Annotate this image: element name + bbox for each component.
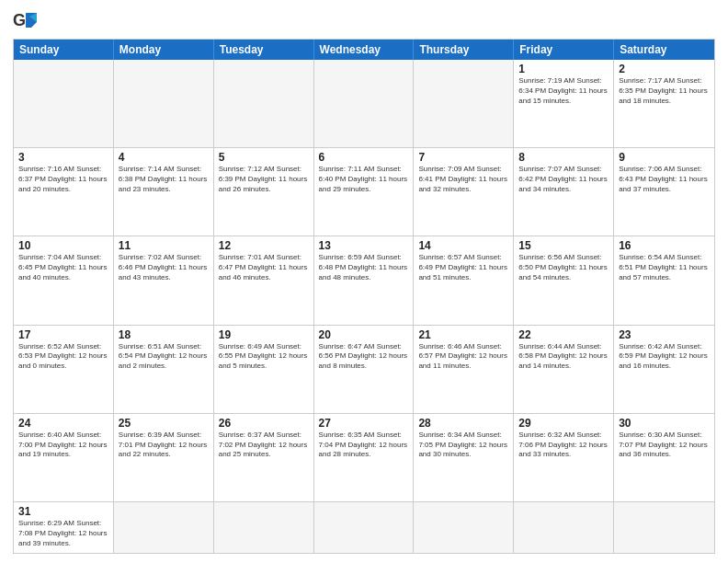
day-cell-1: 1Sunrise: 7:19 AM Sunset: 6:34 PM Daylig… <box>514 60 614 147</box>
day-info: Sunrise: 6:42 AM Sunset: 6:59 PM Dayligh… <box>619 342 710 372</box>
day-info: Sunrise: 6:44 AM Sunset: 6:58 PM Dayligh… <box>518 342 609 372</box>
day-cell-18: 18Sunrise: 6:51 AM Sunset: 6:54 PM Dayli… <box>114 326 214 413</box>
day-info: Sunrise: 6:46 AM Sunset: 6:57 PM Dayligh… <box>418 342 508 372</box>
day-number: 12 <box>219 239 309 252</box>
empty-cell <box>414 502 514 553</box>
day-number: 9 <box>619 151 710 164</box>
calendar-header: SundayMondayTuesdayWednesdayThursdayFrid… <box>14 40 714 60</box>
day-cell-15: 15Sunrise: 6:56 AM Sunset: 6:50 PM Dayli… <box>514 236 614 324</box>
calendar: SundayMondayTuesdayWednesdayThursdayFrid… <box>13 39 715 554</box>
day-info: Sunrise: 7:17 AM Sunset: 6:35 PM Dayligh… <box>619 76 710 106</box>
day-number: 10 <box>18 239 108 252</box>
logo-icon: G <box>13 9 39 31</box>
day-info: Sunrise: 6:30 AM Sunset: 7:07 PM Dayligh… <box>619 431 710 460</box>
day-info: Sunrise: 6:52 AM Sunset: 6:53 PM Dayligh… <box>18 342 108 372</box>
day-cell-6: 6Sunrise: 7:11 AM Sunset: 6:40 PM Daylig… <box>314 148 415 236</box>
day-info: Sunrise: 7:06 AM Sunset: 6:43 PM Dayligh… <box>619 165 710 194</box>
day-cell-23: 23Sunrise: 6:42 AM Sunset: 6:59 PM Dayli… <box>614 326 714 413</box>
calendar-week-6: 31Sunrise: 6:29 AM Sunset: 7:08 PM Dayli… <box>14 502 714 553</box>
header-day-wednesday: Wednesday <box>314 40 415 60</box>
header-day-saturday: Saturday <box>614 40 714 60</box>
day-cell-8: 8Sunrise: 7:07 AM Sunset: 6:42 PM Daylig… <box>514 148 614 236</box>
day-cell-16: 16Sunrise: 6:54 AM Sunset: 6:51 PM Dayli… <box>614 236 714 324</box>
empty-cell <box>214 60 314 147</box>
day-info: Sunrise: 7:09 AM Sunset: 6:41 PM Dayligh… <box>418 165 508 194</box>
day-info: Sunrise: 6:37 AM Sunset: 7:02 PM Dayligh… <box>219 431 309 460</box>
header-day-thursday: Thursday <box>414 40 514 60</box>
day-cell-17: 17Sunrise: 6:52 AM Sunset: 6:53 PM Dayli… <box>14 326 114 413</box>
day-info: Sunrise: 7:07 AM Sunset: 6:42 PM Dayligh… <box>518 165 609 194</box>
day-cell-26: 26Sunrise: 6:37 AM Sunset: 7:02 PM Dayli… <box>214 414 314 501</box>
day-number: 20 <box>319 328 409 341</box>
day-cell-31: 31Sunrise: 6:29 AM Sunset: 7:08 PM Dayli… <box>14 502 114 553</box>
day-cell-2: 2Sunrise: 7:17 AM Sunset: 6:35 PM Daylig… <box>614 60 714 147</box>
svg-text:G: G <box>13 11 26 29</box>
day-number: 3 <box>18 151 108 164</box>
day-info: Sunrise: 7:16 AM Sunset: 6:37 PM Dayligh… <box>18 165 108 194</box>
empty-cell <box>14 60 114 147</box>
day-number: 30 <box>619 417 710 430</box>
day-info: Sunrise: 6:49 AM Sunset: 6:55 PM Dayligh… <box>219 342 309 372</box>
day-info: Sunrise: 6:56 AM Sunset: 6:50 PM Dayligh… <box>518 253 609 282</box>
day-number: 31 <box>18 505 108 518</box>
day-info: Sunrise: 6:39 AM Sunset: 7:01 PM Dayligh… <box>119 431 209 460</box>
day-number: 14 <box>418 239 508 252</box>
day-info: Sunrise: 7:04 AM Sunset: 6:45 PM Dayligh… <box>18 253 108 282</box>
day-number: 13 <box>319 239 409 252</box>
empty-cell <box>114 60 214 147</box>
day-info: Sunrise: 7:12 AM Sunset: 6:39 PM Dayligh… <box>219 165 309 194</box>
empty-cell <box>414 60 514 147</box>
day-number: 4 <box>119 151 209 164</box>
header-day-sunday: Sunday <box>14 40 114 60</box>
header-day-tuesday: Tuesday <box>214 40 314 60</box>
day-cell-30: 30Sunrise: 6:30 AM Sunset: 7:07 PM Dayli… <box>614 414 714 501</box>
day-cell-13: 13Sunrise: 6:59 AM Sunset: 6:48 PM Dayli… <box>314 236 415 324</box>
day-number: 2 <box>619 63 710 75</box>
calendar-week-3: 10Sunrise: 7:04 AM Sunset: 6:45 PM Dayli… <box>14 236 714 325</box>
day-cell-3: 3Sunrise: 7:16 AM Sunset: 6:37 PM Daylig… <box>14 148 114 236</box>
empty-cell <box>214 502 314 553</box>
day-number: 7 <box>418 151 508 164</box>
day-cell-14: 14Sunrise: 6:57 AM Sunset: 6:49 PM Dayli… <box>414 236 514 324</box>
empty-cell <box>314 502 415 553</box>
day-number: 26 <box>219 417 309 430</box>
day-number: 17 <box>18 328 108 341</box>
day-number: 8 <box>518 151 609 164</box>
logo: G <box>13 9 42 31</box>
day-cell-20: 20Sunrise: 6:47 AM Sunset: 6:56 PM Dayli… <box>314 326 415 413</box>
day-info: Sunrise: 6:57 AM Sunset: 6:49 PM Dayligh… <box>418 253 508 282</box>
day-cell-27: 27Sunrise: 6:35 AM Sunset: 7:04 PM Dayli… <box>314 414 415 501</box>
day-number: 11 <box>119 239 209 252</box>
page: G SundayMondayTuesdayWednesdayThursdayFr… <box>0 0 728 563</box>
day-info: Sunrise: 6:51 AM Sunset: 6:54 PM Dayligh… <box>119 342 209 372</box>
day-cell-28: 28Sunrise: 6:34 AM Sunset: 7:05 PM Dayli… <box>414 414 514 501</box>
day-number: 15 <box>518 239 609 252</box>
day-info: Sunrise: 6:40 AM Sunset: 7:00 PM Dayligh… <box>18 431 108 460</box>
day-cell-24: 24Sunrise: 6:40 AM Sunset: 7:00 PM Dayli… <box>14 414 114 501</box>
day-info: Sunrise: 7:11 AM Sunset: 6:40 PM Dayligh… <box>319 165 409 194</box>
day-info: Sunrise: 6:54 AM Sunset: 6:51 PM Dayligh… <box>619 253 710 282</box>
calendar-week-1: 1Sunrise: 7:19 AM Sunset: 6:34 PM Daylig… <box>14 60 714 148</box>
day-cell-10: 10Sunrise: 7:04 AM Sunset: 6:45 PM Dayli… <box>14 236 114 324</box>
day-info: Sunrise: 6:47 AM Sunset: 6:56 PM Dayligh… <box>319 342 409 372</box>
day-number: 28 <box>418 417 508 430</box>
day-cell-9: 9Sunrise: 7:06 AM Sunset: 6:43 PM Daylig… <box>614 148 714 236</box>
day-number: 24 <box>18 417 108 430</box>
empty-cell <box>114 502 214 553</box>
day-cell-5: 5Sunrise: 7:12 AM Sunset: 6:39 PM Daylig… <box>214 148 314 236</box>
day-cell-21: 21Sunrise: 6:46 AM Sunset: 6:57 PM Dayli… <box>414 326 514 413</box>
day-info: Sunrise: 6:34 AM Sunset: 7:05 PM Dayligh… <box>418 431 508 460</box>
day-number: 25 <box>119 417 209 430</box>
day-cell-19: 19Sunrise: 6:49 AM Sunset: 6:55 PM Dayli… <box>214 326 314 413</box>
calendar-week-5: 24Sunrise: 6:40 AM Sunset: 7:00 PM Dayli… <box>14 414 714 502</box>
day-number: 5 <box>219 151 309 164</box>
calendar-body: 1Sunrise: 7:19 AM Sunset: 6:34 PM Daylig… <box>14 60 714 553</box>
day-cell-7: 7Sunrise: 7:09 AM Sunset: 6:41 PM Daylig… <box>414 148 514 236</box>
header: G <box>13 9 715 31</box>
day-number: 23 <box>619 328 710 341</box>
calendar-week-2: 3Sunrise: 7:16 AM Sunset: 6:37 PM Daylig… <box>14 148 714 236</box>
day-info: Sunrise: 6:32 AM Sunset: 7:06 PM Dayligh… <box>518 431 609 460</box>
empty-cell <box>514 502 614 553</box>
day-number: 22 <box>518 328 609 341</box>
day-number: 1 <box>518 63 609 75</box>
